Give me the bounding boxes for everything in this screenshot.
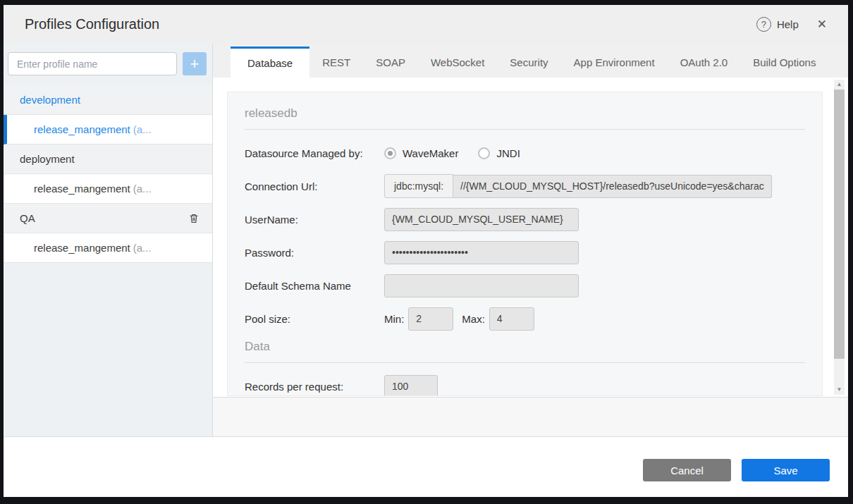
username-row: UserName: [245, 207, 805, 231]
profile-group-deployment[interactable]: deployment [4, 145, 212, 174]
profile-item[interactable]: release_mangement (a... [4, 233, 212, 263]
scrollbar-thumb[interactable] [834, 90, 845, 359]
pool-min-input[interactable] [408, 307, 453, 331]
dialog-footer: Cancel Save [4, 436, 848, 497]
radio-option-wavemaker[interactable]: WaveMaker [384, 147, 458, 159]
connection-url-label: Connection Url: [245, 180, 384, 192]
records-label: Records per request: [245, 381, 384, 393]
tab-database[interactable]: Database [231, 47, 309, 78]
pool-max-input[interactable] [489, 307, 534, 331]
profile-add-row: + [4, 44, 212, 85]
tab-app-environment[interactable]: App Environment [561, 47, 668, 78]
connection-url-row: Connection Url: jdbc:mysql: [245, 174, 805, 198]
profile-item-suffix: (a... [133, 123, 152, 135]
data-section-title: Data [245, 340, 805, 354]
help-icon: ? [756, 17, 771, 32]
datasource-row: Datasource Managed by: WaveMaker JNDI [245, 141, 805, 165]
connection-url-input[interactable] [453, 175, 772, 198]
password-label: Password: [245, 247, 384, 259]
tab-rest[interactable]: REST [309, 47, 363, 78]
database-section-title: releasedb [245, 106, 805, 121]
save-button[interactable]: Save [742, 459, 830, 481]
profile-item-suffix: (a... [133, 242, 152, 254]
content-column: Database REST SOAP WebSocket Security Ap… [213, 44, 848, 436]
tab-security[interactable]: Security [497, 47, 560, 78]
database-config-card: releasedb Datasource Managed by: WaveMak… [227, 92, 823, 396]
pool-size-label: Pool size: [245, 313, 384, 325]
profile-group-development[interactable]: development [4, 85, 212, 115]
pool-min-label: Min: [384, 313, 404, 325]
add-profile-button[interactable]: + [183, 52, 207, 75]
profile-item-label: release_mangement [34, 242, 130, 254]
help-label: Help [777, 18, 799, 30]
schema-label: Default Schema Name [245, 280, 384, 292]
profile-list: development release_mangement (a... depl… [4, 85, 212, 263]
profile-item-suffix: (a... [133, 183, 152, 195]
database-tab-content: releasedb Datasource Managed by: WaveMak… [213, 78, 848, 397]
profile-item[interactable]: release_mangement (a... [4, 174, 212, 204]
profile-item-selected[interactable]: release_mangement (a... [4, 115, 212, 145]
cancel-button[interactable]: Cancel [643, 459, 731, 481]
profile-item-label: release_mangement [34, 123, 130, 135]
datasource-label: Datasource Managed by: [245, 147, 384, 159]
profile-name-input[interactable] [8, 52, 177, 75]
pool-size-row: Pool size: Min: Max: [245, 307, 805, 331]
section-divider [245, 129, 805, 130]
help-button[interactable]: ? Help [756, 17, 799, 32]
tab-build-options[interactable]: Build Options [740, 47, 828, 78]
schema-input[interactable] [384, 274, 579, 297]
profiles-configuration-dialog: Profiles Configuration ? Help ✕ + develo… [4, 5, 848, 497]
radio-unselected-icon[interactable] [478, 147, 490, 159]
delete-profile-icon[interactable] [188, 212, 200, 224]
dialog-title: Profiles Configuration [25, 16, 159, 32]
profile-group-label: deployment [20, 153, 75, 165]
pool-max-label: Max: [462, 313, 485, 325]
password-input[interactable] [384, 241, 579, 264]
profile-group-label: QA [20, 212, 35, 224]
radio-selected-icon[interactable] [384, 147, 396, 159]
username-label: UserName: [245, 214, 384, 226]
radio-jndi-label: JNDI [496, 147, 520, 159]
profile-item-label: release_mangement [34, 183, 130, 195]
radio-option-jndi[interactable]: JNDI [478, 147, 520, 159]
scroll-down-icon[interactable]: ▼ [837, 385, 842, 395]
close-icon[interactable]: ✕ [817, 17, 827, 32]
dialog-body: + development release_mangement (a... de… [4, 44, 848, 436]
profile-group-qa[interactable]: QA [4, 204, 212, 233]
tab-oauth[interactable]: OAuth 2.0 [668, 47, 741, 78]
vertical-scrollbar[interactable]: ▲ ▼ [834, 80, 845, 395]
records-per-request-input[interactable] [384, 375, 438, 397]
content-bottom-strip [213, 397, 848, 436]
scroll-up-icon[interactable]: ▲ [837, 80, 842, 90]
records-row: Records per request: [245, 374, 805, 396]
profiles-sidebar: + development release_mangement (a... de… [4, 44, 213, 436]
profile-group-label: development [20, 94, 80, 106]
radio-wavemaker-label: WaveMaker [403, 147, 458, 159]
schema-row: Default Schema Name [245, 273, 805, 297]
tab-websocket[interactable]: WebSocket [418, 47, 497, 78]
username-input[interactable] [384, 208, 579, 231]
tab-soap[interactable]: SOAP [363, 47, 418, 78]
jdbc-prefix: jdbc:mysql: [384, 174, 453, 198]
dialog-header: Profiles Configuration ? Help ✕ [4, 5, 848, 44]
tab-bar: Database REST SOAP WebSocket Security Ap… [213, 44, 848, 78]
password-row: Password: [245, 240, 805, 264]
section-divider [245, 362, 805, 363]
